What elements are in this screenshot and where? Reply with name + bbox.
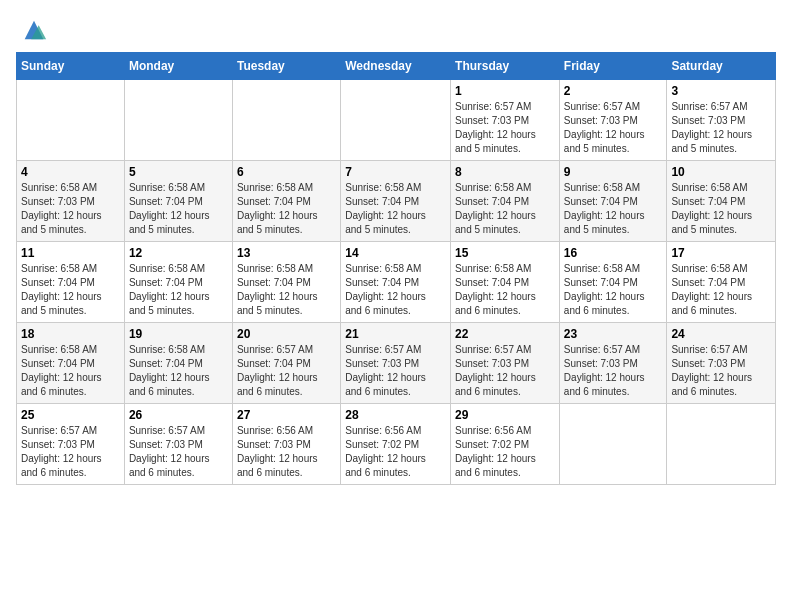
day-number: 15	[455, 246, 555, 260]
calendar-cell: 18Sunrise: 6:58 AM Sunset: 7:04 PM Dayli…	[17, 323, 125, 404]
calendar-week-3: 11Sunrise: 6:58 AM Sunset: 7:04 PM Dayli…	[17, 242, 776, 323]
calendar-cell	[559, 404, 667, 485]
col-header-monday: Monday	[124, 53, 232, 80]
calendar-cell: 19Sunrise: 6:58 AM Sunset: 7:04 PM Dayli…	[124, 323, 232, 404]
calendar-cell: 21Sunrise: 6:57 AM Sunset: 7:03 PM Dayli…	[341, 323, 451, 404]
day-info: Sunrise: 6:56 AM Sunset: 7:03 PM Dayligh…	[237, 424, 336, 480]
day-info: Sunrise: 6:58 AM Sunset: 7:04 PM Dayligh…	[564, 181, 663, 237]
calendar-cell: 14Sunrise: 6:58 AM Sunset: 7:04 PM Dayli…	[341, 242, 451, 323]
day-number: 19	[129, 327, 228, 341]
calendar-cell: 24Sunrise: 6:57 AM Sunset: 7:03 PM Dayli…	[667, 323, 776, 404]
day-info: Sunrise: 6:58 AM Sunset: 7:04 PM Dayligh…	[237, 181, 336, 237]
calendar-cell: 7Sunrise: 6:58 AM Sunset: 7:04 PM Daylig…	[341, 161, 451, 242]
calendar-table: SundayMondayTuesdayWednesdayThursdayFrid…	[16, 52, 776, 485]
day-number: 24	[671, 327, 771, 341]
day-number: 26	[129, 408, 228, 422]
day-info: Sunrise: 6:58 AM Sunset: 7:04 PM Dayligh…	[671, 262, 771, 318]
logo	[16, 16, 48, 44]
day-info: Sunrise: 6:56 AM Sunset: 7:02 PM Dayligh…	[345, 424, 446, 480]
day-number: 18	[21, 327, 120, 341]
day-number: 4	[21, 165, 120, 179]
calendar-cell: 2Sunrise: 6:57 AM Sunset: 7:03 PM Daylig…	[559, 80, 667, 161]
day-number: 21	[345, 327, 446, 341]
calendar-cell	[17, 80, 125, 161]
calendar-cell	[341, 80, 451, 161]
calendar-cell: 27Sunrise: 6:56 AM Sunset: 7:03 PM Dayli…	[232, 404, 340, 485]
day-info: Sunrise: 6:58 AM Sunset: 7:04 PM Dayligh…	[21, 262, 120, 318]
calendar-cell: 28Sunrise: 6:56 AM Sunset: 7:02 PM Dayli…	[341, 404, 451, 485]
day-info: Sunrise: 6:57 AM Sunset: 7:03 PM Dayligh…	[21, 424, 120, 480]
day-info: Sunrise: 6:57 AM Sunset: 7:03 PM Dayligh…	[129, 424, 228, 480]
day-info: Sunrise: 6:58 AM Sunset: 7:04 PM Dayligh…	[455, 181, 555, 237]
calendar-cell: 4Sunrise: 6:58 AM Sunset: 7:03 PM Daylig…	[17, 161, 125, 242]
day-info: Sunrise: 6:58 AM Sunset: 7:04 PM Dayligh…	[345, 262, 446, 318]
col-header-saturday: Saturday	[667, 53, 776, 80]
calendar-cell: 3Sunrise: 6:57 AM Sunset: 7:03 PM Daylig…	[667, 80, 776, 161]
day-info: Sunrise: 6:58 AM Sunset: 7:04 PM Dayligh…	[129, 262, 228, 318]
day-number: 27	[237, 408, 336, 422]
calendar-cell	[667, 404, 776, 485]
day-number: 23	[564, 327, 663, 341]
day-info: Sunrise: 6:56 AM Sunset: 7:02 PM Dayligh…	[455, 424, 555, 480]
day-number: 12	[129, 246, 228, 260]
day-number: 11	[21, 246, 120, 260]
calendar-cell: 6Sunrise: 6:58 AM Sunset: 7:04 PM Daylig…	[232, 161, 340, 242]
day-number: 3	[671, 84, 771, 98]
calendar-cell	[232, 80, 340, 161]
day-number: 22	[455, 327, 555, 341]
day-number: 17	[671, 246, 771, 260]
calendar-header-row: SundayMondayTuesdayWednesdayThursdayFrid…	[17, 53, 776, 80]
calendar-cell: 25Sunrise: 6:57 AM Sunset: 7:03 PM Dayli…	[17, 404, 125, 485]
day-info: Sunrise: 6:57 AM Sunset: 7:03 PM Dayligh…	[455, 343, 555, 399]
day-number: 14	[345, 246, 446, 260]
day-info: Sunrise: 6:57 AM Sunset: 7:03 PM Dayligh…	[345, 343, 446, 399]
calendar-cell: 15Sunrise: 6:58 AM Sunset: 7:04 PM Dayli…	[451, 242, 560, 323]
calendar-week-1: 1Sunrise: 6:57 AM Sunset: 7:03 PM Daylig…	[17, 80, 776, 161]
day-number: 9	[564, 165, 663, 179]
col-header-thursday: Thursday	[451, 53, 560, 80]
day-info: Sunrise: 6:58 AM Sunset: 7:04 PM Dayligh…	[129, 343, 228, 399]
col-header-friday: Friday	[559, 53, 667, 80]
day-info: Sunrise: 6:58 AM Sunset: 7:04 PM Dayligh…	[455, 262, 555, 318]
day-number: 20	[237, 327, 336, 341]
calendar-cell: 16Sunrise: 6:58 AM Sunset: 7:04 PM Dayli…	[559, 242, 667, 323]
calendar-cell: 20Sunrise: 6:57 AM Sunset: 7:04 PM Dayli…	[232, 323, 340, 404]
day-info: Sunrise: 6:58 AM Sunset: 7:04 PM Dayligh…	[21, 343, 120, 399]
calendar-week-4: 18Sunrise: 6:58 AM Sunset: 7:04 PM Dayli…	[17, 323, 776, 404]
day-number: 25	[21, 408, 120, 422]
col-header-wednesday: Wednesday	[341, 53, 451, 80]
day-number: 16	[564, 246, 663, 260]
day-info: Sunrise: 6:58 AM Sunset: 7:04 PM Dayligh…	[237, 262, 336, 318]
day-number: 7	[345, 165, 446, 179]
calendar-cell: 5Sunrise: 6:58 AM Sunset: 7:04 PM Daylig…	[124, 161, 232, 242]
day-number: 5	[129, 165, 228, 179]
day-number: 10	[671, 165, 771, 179]
calendar-week-2: 4Sunrise: 6:58 AM Sunset: 7:03 PM Daylig…	[17, 161, 776, 242]
day-number: 2	[564, 84, 663, 98]
page-header	[16, 16, 776, 44]
day-number: 29	[455, 408, 555, 422]
logo-icon	[20, 16, 48, 44]
calendar-cell: 13Sunrise: 6:58 AM Sunset: 7:04 PM Dayli…	[232, 242, 340, 323]
day-number: 13	[237, 246, 336, 260]
day-number: 28	[345, 408, 446, 422]
calendar-cell: 22Sunrise: 6:57 AM Sunset: 7:03 PM Dayli…	[451, 323, 560, 404]
calendar-cell: 12Sunrise: 6:58 AM Sunset: 7:04 PM Dayli…	[124, 242, 232, 323]
calendar-cell: 29Sunrise: 6:56 AM Sunset: 7:02 PM Dayli…	[451, 404, 560, 485]
calendar-week-5: 25Sunrise: 6:57 AM Sunset: 7:03 PM Dayli…	[17, 404, 776, 485]
calendar-cell: 8Sunrise: 6:58 AM Sunset: 7:04 PM Daylig…	[451, 161, 560, 242]
day-info: Sunrise: 6:58 AM Sunset: 7:04 PM Dayligh…	[345, 181, 446, 237]
day-info: Sunrise: 6:57 AM Sunset: 7:03 PM Dayligh…	[564, 100, 663, 156]
day-info: Sunrise: 6:57 AM Sunset: 7:04 PM Dayligh…	[237, 343, 336, 399]
day-info: Sunrise: 6:58 AM Sunset: 7:03 PM Dayligh…	[21, 181, 120, 237]
calendar-cell	[124, 80, 232, 161]
calendar-cell: 9Sunrise: 6:58 AM Sunset: 7:04 PM Daylig…	[559, 161, 667, 242]
day-info: Sunrise: 6:58 AM Sunset: 7:04 PM Dayligh…	[564, 262, 663, 318]
calendar-cell: 10Sunrise: 6:58 AM Sunset: 7:04 PM Dayli…	[667, 161, 776, 242]
day-info: Sunrise: 6:58 AM Sunset: 7:04 PM Dayligh…	[671, 181, 771, 237]
day-number: 6	[237, 165, 336, 179]
calendar-cell: 23Sunrise: 6:57 AM Sunset: 7:03 PM Dayli…	[559, 323, 667, 404]
col-header-tuesday: Tuesday	[232, 53, 340, 80]
day-number: 1	[455, 84, 555, 98]
day-info: Sunrise: 6:57 AM Sunset: 7:03 PM Dayligh…	[564, 343, 663, 399]
